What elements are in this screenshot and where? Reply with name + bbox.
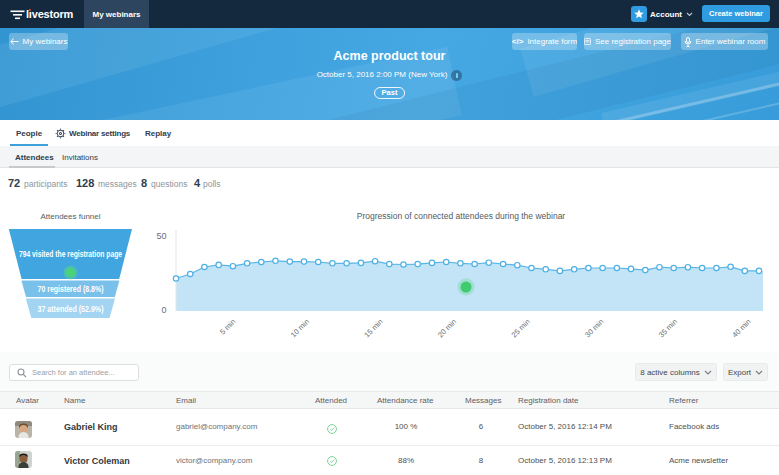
svg-text:50: 50 [156, 231, 166, 241]
svg-text:794 visited the registration p: 794 visited the registration page [19, 248, 122, 259]
svg-text:5 min: 5 min [218, 317, 237, 336]
svg-text:30 min: 30 min [583, 317, 605, 339]
svg-text:0: 0 [161, 305, 166, 315]
svg-text:10 min: 10 min [289, 317, 311, 339]
svg-text:70 registered (8.8%): 70 registered (8.8%) [38, 283, 104, 294]
svg-text:37 attended (52.9%): 37 attended (52.9%) [38, 303, 104, 314]
svg-text:35 min: 35 min [657, 317, 679, 339]
svg-text:20 min: 20 min [436, 317, 458, 339]
svg-text:25 min: 25 min [510, 317, 532, 339]
svg-text:40 min: 40 min [730, 317, 752, 339]
svg-text:15 min: 15 min [362, 317, 384, 339]
